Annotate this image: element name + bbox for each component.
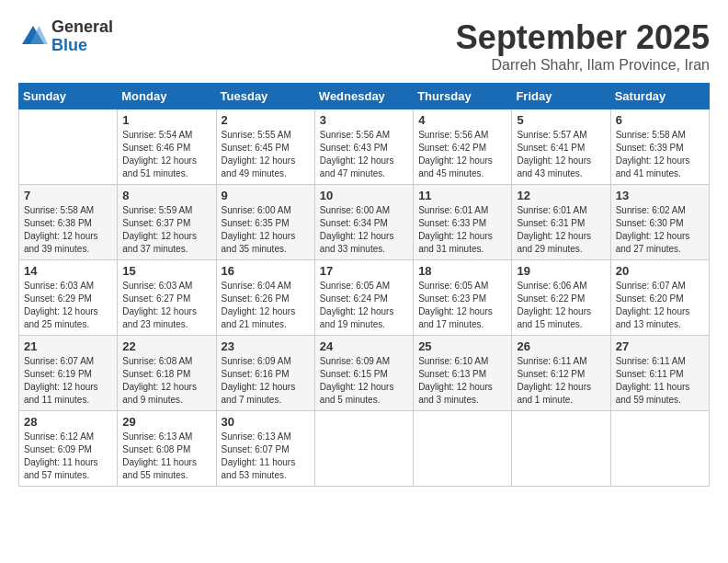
calendar-header: SundayMondayTuesdayWednesdayThursdayFrid… (19, 84, 710, 109)
calendar-cell (19, 109, 118, 185)
day-number: 9 (222, 189, 310, 202)
day-info: Sunrise: 5:57 AM Sunset: 6:41 PM Dayligh… (517, 129, 605, 180)
day-info: Sunrise: 6:13 AM Sunset: 6:08 PM Dayligh… (122, 431, 210, 482)
day-info: Sunrise: 5:56 AM Sunset: 6:42 PM Dayligh… (418, 129, 506, 180)
day-number: 27 (616, 339, 704, 353)
day-number: 6 (616, 113, 704, 127)
weekday-header-sunday: Sunday (19, 84, 118, 109)
calendar-cell: 2Sunrise: 5:55 AM Sunset: 6:45 PM Daylig… (216, 109, 314, 185)
calendar-cell: 3Sunrise: 5:56 AM Sunset: 6:43 PM Daylig… (314, 109, 413, 185)
calendar-week-row: 21Sunrise: 6:07 AM Sunset: 6:19 PM Dayli… (19, 336, 710, 411)
day-number: 23 (222, 339, 310, 353)
day-number: 1 (122, 113, 210, 127)
day-number: 16 (222, 264, 310, 278)
calendar-table: SundayMondayTuesdayWednesdayThursdayFrid… (18, 83, 710, 487)
calendar-cell: 21Sunrise: 6:07 AM Sunset: 6:19 PM Dayli… (19, 336, 118, 411)
day-number: 4 (418, 113, 506, 127)
day-number: 11 (418, 189, 506, 202)
day-info: Sunrise: 6:08 AM Sunset: 6:18 PM Dayligh… (122, 355, 210, 407)
calendar-cell: 18Sunrise: 6:05 AM Sunset: 6:23 PM Dayli… (414, 260, 512, 336)
day-number: 8 (122, 189, 210, 202)
calendar-cell: 22Sunrise: 6:08 AM Sunset: 6:18 PM Dayli… (118, 336, 216, 411)
calendar-cell: 23Sunrise: 6:09 AM Sunset: 6:16 PM Dayli… (216, 336, 314, 411)
calendar-cell: 5Sunrise: 5:57 AM Sunset: 6:41 PM Daylig… (512, 109, 610, 185)
calendar-cell: 20Sunrise: 6:07 AM Sunset: 6:20 PM Dayli… (610, 260, 709, 336)
day-number: 3 (320, 113, 408, 127)
calendar-cell: 15Sunrise: 6:03 AM Sunset: 6:27 PM Dayli… (118, 260, 216, 336)
day-number: 2 (222, 113, 310, 127)
calendar-week-row: 28Sunrise: 6:12 AM Sunset: 6:09 PM Dayli… (19, 411, 710, 487)
day-info: Sunrise: 5:55 AM Sunset: 6:45 PM Dayligh… (222, 129, 310, 180)
day-info: Sunrise: 5:58 AM Sunset: 6:38 PM Dayligh… (24, 204, 112, 256)
day-number: 12 (517, 189, 605, 202)
day-number: 7 (24, 189, 112, 202)
calendar-cell: 29Sunrise: 6:13 AM Sunset: 6:08 PM Dayli… (118, 411, 216, 487)
day-number: 29 (122, 415, 210, 429)
calendar-cell: 24Sunrise: 6:09 AM Sunset: 6:15 PM Dayli… (314, 336, 413, 411)
day-number: 10 (320, 189, 408, 202)
day-number: 22 (122, 339, 210, 353)
month-title: September 2025 (456, 18, 710, 57)
calendar-cell: 26Sunrise: 6:11 AM Sunset: 6:12 PM Dayli… (512, 336, 610, 411)
day-info: Sunrise: 6:09 AM Sunset: 6:15 PM Dayligh… (320, 355, 408, 407)
day-info: Sunrise: 6:00 AM Sunset: 6:34 PM Dayligh… (320, 204, 408, 256)
day-number: 19 (517, 264, 605, 278)
calendar-cell (610, 411, 709, 487)
day-number: 14 (24, 264, 112, 278)
calendar-week-row: 7Sunrise: 5:58 AM Sunset: 6:38 PM Daylig… (19, 185, 710, 260)
calendar-cell: 16Sunrise: 6:04 AM Sunset: 6:26 PM Dayli… (216, 260, 314, 336)
day-info: Sunrise: 6:04 AM Sunset: 6:26 PM Dayligh… (222, 280, 310, 331)
calendar-cell: 8Sunrise: 5:59 AM Sunset: 6:37 PM Daylig… (118, 185, 216, 260)
weekday-header-monday: Monday (118, 84, 216, 109)
calendar-week-row: 1Sunrise: 5:54 AM Sunset: 6:46 PM Daylig… (19, 109, 710, 185)
calendar-cell: 6Sunrise: 5:58 AM Sunset: 6:39 PM Daylig… (610, 109, 709, 185)
day-number: 20 (616, 264, 704, 278)
day-info: Sunrise: 6:03 AM Sunset: 6:27 PM Dayligh… (122, 280, 210, 331)
day-number: 28 (24, 415, 112, 429)
weekday-header-thursday: Thursday (414, 84, 512, 109)
day-info: Sunrise: 6:07 AM Sunset: 6:19 PM Dayligh… (24, 355, 112, 407)
calendar-cell (512, 411, 610, 487)
calendar-cell: 30Sunrise: 6:13 AM Sunset: 6:07 PM Dayli… (216, 411, 314, 487)
calendar-cell (414, 411, 512, 487)
calendar-cell: 1Sunrise: 5:54 AM Sunset: 6:46 PM Daylig… (118, 109, 216, 185)
calendar-cell: 28Sunrise: 6:12 AM Sunset: 6:09 PM Dayli… (19, 411, 118, 487)
location-title: Darreh Shahr, Ilam Province, Iran (456, 57, 710, 74)
day-number: 21 (24, 339, 112, 353)
day-info: Sunrise: 6:12 AM Sunset: 6:09 PM Dayligh… (24, 431, 112, 482)
day-info: Sunrise: 6:11 AM Sunset: 6:11 PM Dayligh… (616, 355, 704, 407)
calendar-cell: 4Sunrise: 5:56 AM Sunset: 6:42 PM Daylig… (414, 109, 512, 185)
weekday-header-tuesday: Tuesday (216, 84, 314, 109)
calendar-cell: 27Sunrise: 6:11 AM Sunset: 6:11 PM Dayli… (610, 336, 709, 411)
calendar-cell: 9Sunrise: 6:00 AM Sunset: 6:35 PM Daylig… (216, 185, 314, 260)
calendar-cell: 10Sunrise: 6:00 AM Sunset: 6:34 PM Dayli… (314, 185, 413, 260)
day-number: 24 (320, 339, 408, 353)
weekday-header-friday: Friday (512, 84, 610, 109)
logo-blue-text: Blue (51, 37, 113, 55)
day-info: Sunrise: 6:11 AM Sunset: 6:12 PM Dayligh… (517, 355, 605, 407)
day-number: 13 (616, 189, 704, 202)
calendar-cell: 13Sunrise: 6:02 AM Sunset: 6:30 PM Dayli… (610, 185, 709, 260)
calendar-cell: 14Sunrise: 6:03 AM Sunset: 6:29 PM Dayli… (19, 260, 118, 336)
day-info: Sunrise: 6:02 AM Sunset: 6:30 PM Dayligh… (616, 204, 704, 256)
day-info: Sunrise: 6:13 AM Sunset: 6:07 PM Dayligh… (222, 431, 310, 482)
day-info: Sunrise: 6:10 AM Sunset: 6:13 PM Dayligh… (418, 355, 506, 407)
day-number: 15 (122, 264, 210, 278)
logo-icon (18, 22, 48, 52)
day-number: 25 (418, 339, 506, 353)
calendar-cell: 25Sunrise: 6:10 AM Sunset: 6:13 PM Dayli… (414, 336, 512, 411)
day-info: Sunrise: 5:59 AM Sunset: 6:37 PM Dayligh… (122, 204, 210, 256)
calendar-cell: 19Sunrise: 6:06 AM Sunset: 6:22 PM Dayli… (512, 260, 610, 336)
logo: General Blue (18, 18, 113, 55)
day-info: Sunrise: 6:05 AM Sunset: 6:23 PM Dayligh… (418, 280, 506, 331)
calendar-cell (314, 411, 413, 487)
day-number: 17 (320, 264, 408, 278)
day-info: Sunrise: 6:01 AM Sunset: 6:33 PM Dayligh… (418, 204, 506, 256)
day-info: Sunrise: 6:00 AM Sunset: 6:35 PM Dayligh… (222, 204, 310, 256)
weekday-header-wednesday: Wednesday (314, 84, 413, 109)
day-info: Sunrise: 6:05 AM Sunset: 6:24 PM Dayligh… (320, 280, 408, 331)
weekday-header-row: SundayMondayTuesdayWednesdayThursdayFrid… (19, 84, 710, 109)
day-number: 5 (517, 113, 605, 127)
calendar-cell: 12Sunrise: 6:01 AM Sunset: 6:31 PM Dayli… (512, 185, 610, 260)
calendar-cell: 17Sunrise: 6:05 AM Sunset: 6:24 PM Dayli… (314, 260, 413, 336)
